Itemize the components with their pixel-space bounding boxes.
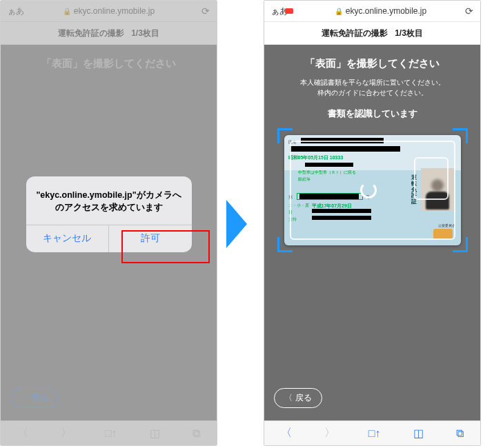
redacted-bar bbox=[312, 216, 371, 220]
license-name-label: 氏名 bbox=[288, 139, 297, 145]
license-row-label: 二・小・原 bbox=[288, 203, 309, 209]
page-title-bar: 運転免許証の撮影 1/3枚目 bbox=[264, 21, 480, 45]
license-badge-label: 公安委員会 bbox=[438, 223, 455, 227]
license-doc-title: 運転免許証 bbox=[411, 175, 418, 205]
tabs-icon[interactable]: ⧉ bbox=[456, 427, 464, 440]
license-dob: 昭和05年05月15日 10333 bbox=[288, 154, 344, 161]
camera-instruction: 本人確認書類を平らな場所に置いてください。 枠内のガイドに合わせてください。 bbox=[300, 77, 445, 98]
phone-before: ぁあ 🔒 ekyc.online.ymobile.jp ⟳ 運転免許証の撮影 1… bbox=[0, 0, 217, 446]
license-row-label: 普 bbox=[288, 210, 293, 216]
license-photo bbox=[421, 168, 454, 211]
arrow-icon bbox=[226, 200, 247, 248]
camera-viewfinder[interactable]: 氏名 昭和05年05月15日 10333 中型車は中型車（８ｔ）に限る 眼鏡等 … bbox=[277, 128, 468, 252]
chevron-left-icon: 〈 bbox=[284, 392, 293, 404]
redacted-bar bbox=[312, 209, 371, 213]
license-type: 中型車は中型車（８ｔ）に限る bbox=[298, 170, 356, 176]
license-glasses: 眼鏡等 bbox=[298, 176, 310, 183]
recording-indicator-icon bbox=[285, 8, 293, 14]
camera-heading: 「表面」を撮影してください bbox=[305, 57, 440, 70]
nav-back-icon[interactable]: 〈 bbox=[281, 426, 292, 440]
refresh-icon[interactable]: ⟳ bbox=[465, 6, 473, 17]
back-button[interactable]: 〈 戻る bbox=[274, 388, 322, 408]
allow-button[interactable]: 許可 bbox=[109, 225, 192, 252]
loading-spinner-icon bbox=[360, 182, 377, 198]
page-title: 運転免許証の撮影 bbox=[322, 28, 388, 39]
redacted-bar bbox=[290, 146, 400, 152]
share-icon[interactable]: □↑ bbox=[368, 427, 381, 440]
safari-toolbar: 〈 〉 □↑ ◫ ⧉ bbox=[264, 420, 480, 445]
browser-bar: ぁあ 🔒 ekyc.online.ymobile.jp ⟳ bbox=[264, 1, 480, 21]
nav-forward-icon[interactable]: 〉 bbox=[324, 426, 335, 440]
redacted-bar bbox=[299, 194, 359, 199]
camera-status: 書類を認識しています bbox=[328, 108, 417, 120]
cancel-button[interactable]: キャンセル bbox=[26, 225, 109, 252]
camera-area: 「表面」を撮影してください 本人確認書類を平らな場所に置いてください。 枠内のガ… bbox=[264, 45, 480, 420]
url-text[interactable]: ekyc.online.ymobile.jp bbox=[346, 6, 426, 16]
phone-after: ぁあ 🔒 ekyc.online.ymobile.jp ⟳ 運転免許証の撮影 1… bbox=[264, 0, 481, 446]
license-authority-badge bbox=[433, 229, 453, 240]
bookmarks-icon[interactable]: ◫ bbox=[413, 427, 424, 440]
dialog-message: "ekyc.online.ymobile.jp"がカメラへのアクセスを求めていま… bbox=[26, 176, 192, 224]
permission-dialog: "ekyc.online.ymobile.jp"がカメラへのアクセスを求めていま… bbox=[26, 176, 192, 252]
license-number-label: 第 bbox=[288, 194, 293, 201]
lock-icon: 🔒 bbox=[335, 8, 343, 15]
license-card-preview: 氏名 昭和05年05月15日 10333 中型車は中型車（８ｔ）に限る 眼鏡等 … bbox=[284, 135, 461, 245]
page-counter: 1/3枚目 bbox=[395, 28, 423, 39]
license-row-label: 大特 bbox=[288, 216, 297, 223]
redacted-bar bbox=[305, 163, 353, 167]
redacted-bar bbox=[301, 138, 384, 143]
